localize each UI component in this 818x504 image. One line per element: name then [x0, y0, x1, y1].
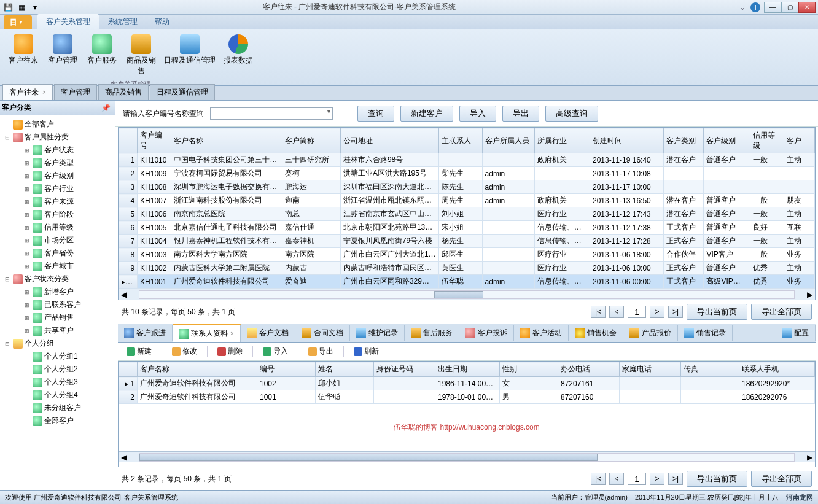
subtab-opportunities[interactable]: 销售机会	[569, 325, 623, 341]
chevron-down-icon[interactable]: ▼	[326, 109, 332, 115]
subtab-maintenance[interactable]: 维护记录	[350, 325, 405, 341]
prev-page-button[interactable]: <	[609, 473, 624, 485]
col-owner[interactable]: 客户所属人员	[482, 128, 534, 153]
subtab-contracts[interactable]: 合同文档	[295, 325, 350, 341]
col-rownum[interactable]	[119, 128, 138, 153]
advanced-query-button[interactable]: 高级查询	[545, 106, 598, 122]
import-button[interactable]: 导入	[259, 345, 292, 358]
doc-tab-customer-manage[interactable]: 客户管理	[54, 84, 97, 100]
tree-customer-stage[interactable]: ⊞客户阶段	[1, 208, 114, 221]
ribbon-btn-schedule-comm[interactable]: 日程及通信管理	[162, 32, 217, 79]
doc-tab-customer-interaction[interactable]: 客户往来×	[2, 84, 53, 100]
export-button[interactable]: 导出	[502, 106, 539, 122]
horizontal-scrollbar-sub[interactable]: ◀▶	[119, 451, 815, 462]
subtab-contacts[interactable]: 联系人资料×	[173, 324, 241, 342]
tree-personal-2[interactable]: 个人分组2	[1, 363, 114, 376]
ribbon-btn-customer-service[interactable]: 客户服务	[84, 32, 120, 79]
tree-product-sales[interactable]: ⊞产品销售	[1, 311, 114, 324]
tree-customer-industry[interactable]: ⊞客户行业	[1, 182, 114, 195]
tree-state-category[interactable]: ⊟客户状态分类	[1, 273, 114, 285]
new-customer-button[interactable]: 新建客户	[400, 106, 453, 122]
col-created[interactable]: 创建时间	[590, 128, 663, 153]
pin-icon[interactable]: 📌	[99, 104, 113, 112]
file-menu-button[interactable]: 目	[4, 15, 32, 29]
page-input[interactable]	[628, 473, 646, 485]
scol-name[interactable]: 姓名	[316, 362, 374, 377]
ribbon-tab-crm[interactable]: 客户关系管理	[37, 14, 99, 29]
col-level[interactable]: 客户级别	[704, 128, 750, 153]
table-row[interactable]: ▸ 10KH1001广州爱奇迪软件科技有限公司爱奇迪广州市白云区同和路329号……	[119, 275, 815, 289]
table-row[interactable]: 5KH1006南京南京总医院南总江苏省南京市玄武区中山…刘小姐医疗行业2013-…	[119, 207, 815, 221]
subtab-followup[interactable]: 客户跟进	[118, 325, 173, 341]
last-page-button[interactable]: >|	[668, 306, 683, 318]
tree-all-in-personal[interactable]: 全部客户	[1, 414, 114, 427]
table-row[interactable]: 7KH1004银川嘉泰神机工程软件技术有…嘉泰神机宁夏银川凤凰南街79号六楼杨先…	[119, 235, 815, 248]
help-icon[interactable]: i	[750, 2, 760, 12]
table-row[interactable]: 1KH1010中国电子科技集团公司第三十…三十四研究所桂林市六合路98号政府机关…	[119, 153, 815, 167]
tree-shared-customer[interactable]: ⊞共享客户	[1, 324, 114, 337]
tree-all-customers[interactable]: 全部客户	[1, 118, 114, 131]
blog-link[interactable]: http://wuhuacong.cnblogs.com	[440, 423, 540, 432]
col-source[interactable]: 客户	[784, 128, 814, 153]
tree-credit-level[interactable]: ⊞信用等级	[1, 221, 114, 234]
qat-grid-icon[interactable]: ▦	[16, 2, 27, 13]
table-row[interactable]: 3KH1008深圳市鹏海运电子数据交换有…鹏海运深圳市福田区深南大道北…陈先生a…	[119, 180, 815, 194]
tree-customer-source[interactable]: ⊞客户来源	[1, 195, 114, 208]
subtab-activities[interactable]: 客户活动	[514, 325, 569, 341]
doc-tab-schedule-comm[interactable]: 日程及通信管理	[150, 84, 215, 100]
scol-id[interactable]: 编号	[257, 362, 316, 377]
minimize-button[interactable]: —	[764, 2, 781, 13]
last-page-button[interactable]: >|	[668, 473, 683, 485]
scol-officetel[interactable]: 办公电话	[558, 362, 620, 377]
refresh-button[interactable]: 刷新	[350, 345, 383, 358]
subtab-documents[interactable]: 客户文档	[241, 325, 295, 341]
prev-page-button[interactable]: <	[609, 306, 624, 318]
close-button[interactable]: ✕	[798, 2, 816, 13]
scol-hometel[interactable]: 家庭电话	[620, 362, 681, 377]
first-page-button[interactable]: |<	[591, 306, 606, 318]
export-current-page-button[interactable]: 导出当前页	[687, 304, 747, 320]
scol-idcard[interactable]: 身份证号码	[374, 362, 435, 377]
import-button[interactable]: 导入	[459, 106, 496, 122]
col-customer-short[interactable]: 客户简称	[282, 128, 340, 153]
table-row[interactable]: 6KH1005北京嘉信仕通电子科技有限公司嘉信仕通北京市朝阳区北苑路甲13…宋小…	[119, 221, 815, 235]
scol-fax[interactable]: 传真	[681, 362, 739, 377]
export-all-pages-button[interactable]: 导出全部页	[751, 304, 812, 320]
col-category[interactable]: 客户类别	[664, 128, 704, 153]
ribbon-tab-help[interactable]: 帮助	[146, 14, 178, 29]
maximize-button[interactable]: ▢	[781, 2, 798, 13]
col-credit[interactable]: 信用等级	[750, 128, 784, 153]
doc-tab-product-sales[interactable]: 商品及销售	[98, 84, 149, 100]
qat-save-icon[interactable]: 💾	[2, 2, 14, 13]
tree-personal-1[interactable]: 个人分组1	[1, 350, 114, 363]
next-page-button[interactable]: >	[650, 473, 664, 485]
table-row[interactable]: 8KH1003南方医科大学南方医院南方医院广州市白云区广州大道北1…邱医生医疗行…	[119, 248, 815, 262]
close-icon[interactable]: ×	[230, 330, 234, 337]
tree-customer-level[interactable]: ⊞客户级别	[1, 169, 114, 182]
scol-sex[interactable]: 性别	[500, 362, 558, 377]
export-button[interactable]: 导出	[305, 345, 337, 358]
scol-dob[interactable]: 出生日期	[435, 362, 500, 377]
tree-contacted-customer[interactable]: ⊞已联系客户	[1, 298, 114, 311]
qat-dropdown-icon[interactable]: ▾	[29, 2, 41, 13]
horizontal-scrollbar[interactable]: ◀▶	[119, 289, 815, 300]
tree-customer-city[interactable]: ⊞客户城市	[1, 260, 114, 273]
query-button[interactable]: 查询	[357, 106, 394, 122]
table-row[interactable]: 2KH1009宁波赛柯国际贸易有限公司赛柯洪塘工业A区洪大路195号柴先生adm…	[119, 167, 815, 180]
delete-button[interactable]: 删除	[214, 345, 246, 358]
col-customer-name[interactable]: 客户名称	[171, 128, 282, 153]
page-input[interactable]	[628, 306, 646, 318]
table-row[interactable]: ▸ 1广州爱奇迪软件科技有限公司1002邱小姐1986-11-14 00…女87…	[119, 377, 815, 390]
subtab-aftersales[interactable]: 售后服务	[405, 325, 459, 341]
tree-attr-category[interactable]: ⊟客户属性分类	[1, 131, 114, 144]
tree-personal-group[interactable]: ⊟个人分组	[1, 337, 114, 350]
close-icon[interactable]: ×	[42, 89, 46, 96]
subtab-quotes[interactable]: 产品报价	[623, 325, 678, 341]
table-row[interactable]: 2广州爱奇迪软件科技有限公司1001伍华聪1978-10-01 00…男8720…	[119, 390, 815, 404]
ribbon-btn-customer-interaction[interactable]: 客户往来	[5, 32, 42, 79]
col-customer-id[interactable]: 客户编号	[138, 128, 171, 153]
col-industry[interactable]: 所属行业	[534, 128, 590, 153]
table-row[interactable]: 9KH1002内蒙古医科大学第二附属医院内蒙古内蒙古呼和浩特市回民区…黄医生医疗…	[119, 262, 815, 275]
tree-new-customer[interactable]: ⊞新增客户	[1, 285, 114, 298]
export-current-page-button[interactable]: 导出当前页	[687, 471, 747, 487]
